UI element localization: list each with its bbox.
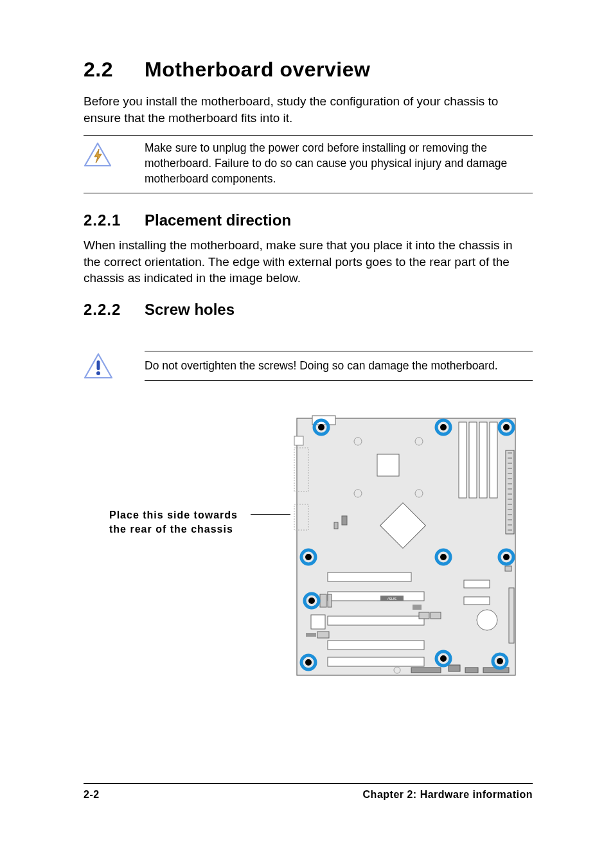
svg-rect-9 <box>490 422 497 498</box>
svg-rect-31 <box>377 454 399 476</box>
svg-point-71 <box>440 554 447 560</box>
subsection-title: Screw holes <box>145 301 235 318</box>
section-title: Motherboard overview <box>145 58 370 81</box>
svg-point-67 <box>503 424 510 430</box>
svg-rect-43 <box>311 615 325 629</box>
alert-icon <box>84 353 145 380</box>
svg-rect-36 <box>334 522 338 529</box>
warning-text: Make sure to unplug the power cord befor… <box>145 141 533 186</box>
svg-point-75 <box>308 598 315 604</box>
svg-point-81 <box>497 658 503 664</box>
svg-rect-44 <box>411 668 441 673</box>
svg-rect-41 <box>328 641 424 650</box>
svg-rect-56 <box>413 605 422 610</box>
svg-point-79 <box>440 655 447 662</box>
page-footer: 2-2 Chapter 2: Hardware information <box>84 783 533 801</box>
subsection-heading-screw: 2.2.2Screw holes <box>84 301 533 319</box>
svg-rect-6 <box>459 422 466 498</box>
svg-rect-46 <box>465 668 478 673</box>
svg-text:/SUS: /SUS <box>387 597 396 601</box>
svg-rect-48 <box>306 633 316 637</box>
svg-rect-53 <box>509 588 514 643</box>
svg-rect-7 <box>469 422 477 498</box>
svg-rect-8 <box>479 422 487 498</box>
section-heading: 2.2Motherboard overview <box>84 58 533 82</box>
svg-rect-38 <box>328 572 411 581</box>
section-number: 2.2 <box>84 58 145 82</box>
subsection-number: 2.2.2 <box>84 301 145 319</box>
svg-point-65 <box>440 424 447 430</box>
svg-rect-2 <box>97 360 100 370</box>
svg-rect-40 <box>328 616 424 625</box>
placement-paragraph: When installing the motherboard, make su… <box>84 237 533 287</box>
svg-rect-51 <box>464 597 490 605</box>
svg-point-3 <box>96 371 100 375</box>
callout-leader-line <box>251 514 290 515</box>
svg-rect-32 <box>294 436 303 445</box>
page-number: 2-2 <box>84 789 100 801</box>
svg-rect-42 <box>328 657 424 666</box>
svg-rect-50 <box>464 580 490 588</box>
subsection-title: Placement direction <box>145 211 291 229</box>
rear-side-label: Place this side towards the rear of the … <box>109 508 238 536</box>
svg-rect-54 <box>419 612 429 619</box>
warning-callout: Make sure to unplug the power cord befor… <box>84 135 533 193</box>
motherboard-illustration: /SUS <box>290 413 522 683</box>
subsection-number: 2.2.1 <box>84 211 145 229</box>
svg-rect-59 <box>320 594 326 607</box>
svg-point-73 <box>503 554 510 560</box>
svg-point-63 <box>318 424 324 430</box>
svg-point-52 <box>477 610 497 630</box>
chapter-label: Chapter 2: Hardware information <box>363 789 533 801</box>
svg-rect-49 <box>317 632 329 638</box>
intro-paragraph: Before you install the motherboard, stud… <box>84 93 533 126</box>
caution-callout: Do not overtighten the screws! Doing so … <box>84 351 533 381</box>
svg-rect-35 <box>342 516 347 525</box>
caution-text: Do not overtighten the screws! Doing so … <box>145 351 533 381</box>
svg-rect-45 <box>449 665 460 671</box>
motherboard-diagram: Place this side towards the rear of the … <box>84 413 533 689</box>
lightning-icon <box>84 141 145 168</box>
svg-point-77 <box>305 659 312 666</box>
svg-point-69 <box>305 554 312 560</box>
svg-rect-55 <box>431 612 441 619</box>
svg-rect-62 <box>505 566 511 571</box>
svg-rect-60 <box>328 594 332 607</box>
svg-rect-39 <box>328 592 424 601</box>
subsection-heading-placement: 2.2.1Placement direction <box>84 211 533 229</box>
